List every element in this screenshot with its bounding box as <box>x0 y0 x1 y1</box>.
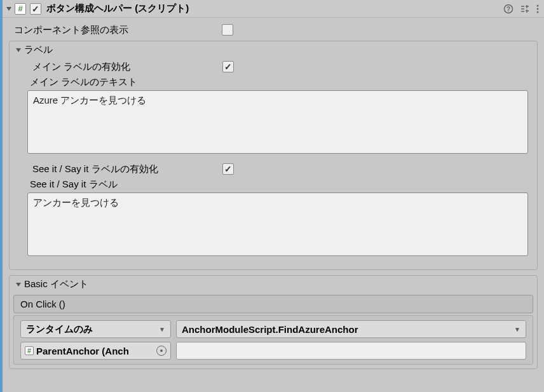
main-label-text-input[interactable] <box>27 90 528 154</box>
onclick-body: ランタイムのみ ▼ AnchorModuleScript.FindAzureAn… <box>13 315 533 365</box>
onclick-header: On Click () <box>13 295 533 313</box>
svg-point-3 <box>537 8 539 10</box>
component-refs-checkbox[interactable] <box>222 24 233 36</box>
component-refs-label: コンポーネント参照の表示 <box>9 24 222 36</box>
target-object-field[interactable]: # ParentAnchor (Anch <box>20 342 171 360</box>
seeit-enable-row: See it / Say it ラベルの有効化 <box>27 161 528 177</box>
preset-icon[interactable] <box>520 4 530 14</box>
seeit-enable-checkbox[interactable] <box>222 163 234 175</box>
labels-foldout[interactable] <box>15 46 22 54</box>
main-label-enable-row: メイン ラベルの有効化 <box>27 58 528 75</box>
runtime-dropdown[interactable]: ランタイムのみ ▼ <box>20 320 171 338</box>
component-refs-row: コンポーネント参照の表示 <box>9 22 538 38</box>
labels-section-header[interactable]: ラベル <box>10 41 537 58</box>
chevron-down-icon: ▼ <box>514 326 520 333</box>
basic-events-header[interactable]: Basic イベント <box>10 276 537 293</box>
runtime-dropdown-value: ランタイムのみ <box>26 323 93 335</box>
help-icon[interactable]: ? <box>503 4 513 14</box>
argument-field[interactable] <box>176 342 526 360</box>
main-label-enable-checkbox[interactable] <box>222 61 234 72</box>
component-header: # ボタン構成ヘルパー (スクリプト) ? <box>0 0 544 18</box>
main-label-text-label: メイン ラベルのテキスト <box>27 76 528 88</box>
chevron-down-icon: ▼ <box>159 326 165 333</box>
seeit-label-label: See it / Say it ラベル <box>27 179 528 191</box>
object-picker-icon[interactable] <box>156 346 167 356</box>
main-label-enable-label: メイン ラベルの有効化 <box>27 61 222 73</box>
component-enable-checkbox[interactable] <box>30 3 41 15</box>
component-title: ボタン構成ヘルパー (スクリプト) <box>46 3 503 15</box>
function-dropdown-value: AnchorModuleScript.FindAzureAnchor <box>182 324 358 335</box>
menu-icon[interactable] <box>536 4 539 14</box>
onclick-title: On Click () <box>20 299 65 309</box>
seeit-label-input[interactable] <box>27 193 528 256</box>
basic-events-section: Basic イベント On Click () ランタイムのみ ▼ AnchorM… <box>9 275 538 369</box>
target-object-value: ParentAnchor (Anch <box>36 346 129 356</box>
labels-section: ラベル メイン ラベルの有効化 メイン ラベルのテキスト See it / Sa… <box>9 41 538 270</box>
component-foldout[interactable] <box>5 5 13 13</box>
seeit-enable-label: See it / Say it ラベルの有効化 <box>27 163 222 175</box>
svg-point-2 <box>537 4 539 6</box>
svg-point-4 <box>537 11 539 13</box>
basic-events-title: Basic イベント <box>24 278 88 290</box>
basic-events-foldout[interactable] <box>15 281 22 288</box>
function-dropdown[interactable]: AnchorModuleScript.FindAzureAnchor ▼ <box>176 320 526 338</box>
labels-section-title: ラベル <box>24 44 53 56</box>
script-icon: # <box>15 3 26 15</box>
script-icon: # <box>25 346 34 355</box>
svg-text:?: ? <box>507 6 510 13</box>
